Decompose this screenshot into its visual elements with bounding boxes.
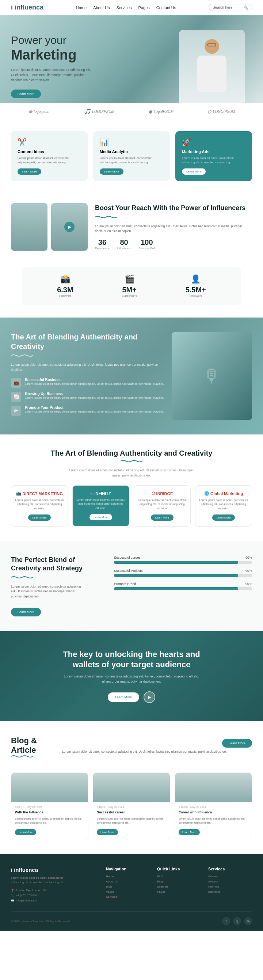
footer-nav-services[interactable]: Services	[106, 895, 150, 899]
skill-bar-projects-fill	[114, 574, 238, 577]
skills-title: The Perfect Blend of Creativity and Stra…	[11, 556, 103, 573]
cta-primary-button[interactable]: Learn More	[108, 692, 139, 702]
person-silhouette	[193, 33, 230, 99]
video-icon: 🎬	[122, 274, 137, 284]
search-bar[interactable]: 🔍	[209, 4, 252, 11]
service-card-marketing: 🚀 Marketing Ads Lorem ipsum dolor sit am…	[175, 131, 252, 181]
footer-ql-blog[interactable]: Blog	[157, 880, 201, 883]
skill-bar-projects-label: Successful Projects 90%	[114, 569, 252, 573]
stat-success: 100 Success Full	[138, 238, 155, 250]
partner-cta-2[interactable]: Learn More	[89, 514, 112, 520]
media-analytic-desc: Lorem ipsum dolor sit amet, consectetur …	[100, 156, 163, 165]
blog-wave	[11, 755, 33, 758]
cta-play-button[interactable]: ▶	[144, 691, 155, 703]
metrics-section: 📸 6.3M Followers 🎬 5M+ Subscribers 👤 5.5…	[22, 267, 241, 305]
stat-success-num: 100	[138, 238, 155, 247]
partner-desc-1: Lorem ipsum dolor sit amet, consectetur …	[15, 498, 64, 511]
media-analytic-title: Media Analytic	[100, 150, 163, 154]
wave-decoration	[95, 216, 117, 218]
blog-card-3: & BLOG · May 05, 2024 Career with Influe…	[174, 772, 252, 839]
content-ideas-cta[interactable]: Learn More	[17, 169, 41, 175]
partner-desc-2: Lorem ipsum dolor sit amet, consectetur …	[76, 498, 125, 510]
partner-cta-4[interactable]: Learn More	[212, 514, 235, 521]
marketing-ads-cta[interactable]: Learn More	[182, 169, 206, 175]
blog-post-title-1: With the Influenca	[15, 810, 84, 815]
play-button[interactable]: ▶	[64, 222, 74, 232]
stat-success-label: Success Full	[138, 247, 155, 250]
nav-contact[interactable]: Contact Us	[156, 5, 176, 10]
skill-bar-career-fill	[114, 561, 238, 564]
partner-cta-1[interactable]: Learn More	[28, 514, 51, 521]
logo-partner-3: ◆ LogoIPSUM	[148, 108, 174, 115]
skill-bar-brand-track	[114, 587, 252, 590]
blog-post-title-3: Career with Influenca	[179, 810, 248, 815]
metric-subscribers-label: Subscribers	[122, 294, 137, 298]
nav-about[interactable]: About Us	[93, 5, 109, 10]
footer-svc-analytic[interactable]: Analytic	[208, 880, 252, 883]
search-icon[interactable]: 🔍	[244, 5, 248, 10]
metric-followers-2-num: 5.5M+	[185, 286, 206, 294]
influencer-description: Lorem ipsum dolor sit amet, consectetur …	[95, 224, 252, 234]
hero-cta-button[interactable]: Learn More	[11, 89, 41, 98]
influencer-title: Boost Your Reach With the Power of Influ…	[95, 204, 252, 212]
footer-nav-title: Navigation	[106, 867, 150, 871]
footer-svc-content[interactable]: Content	[208, 875, 252, 878]
services-grid: ✂️ Content Ideas Lorem ipsum dolor sit a…	[11, 131, 252, 181]
footer-email: ✉️ info@influenca.id	[11, 899, 99, 902]
metric-followers-2: 👤 5.5M+ Followers	[185, 274, 206, 298]
blog-read-more-2[interactable]: Learn More	[97, 829, 118, 835]
blend-white-section: The Art of Blending Authenticity and Cre…	[0, 434, 263, 541]
blend-title: The Art of Blending Authenticity and Cre…	[11, 332, 164, 351]
skill-bar-projects-percent: 90%	[246, 569, 252, 573]
footer-svc-promote[interactable]: Promote	[208, 885, 252, 888]
footer-logo: i influenca	[11, 867, 99, 873]
nav-home[interactable]: Home	[76, 5, 87, 10]
blog-header-left: Blog & Article	[11, 736, 55, 763]
blog-cta-button[interactable]: Learn More	[222, 739, 252, 748]
cta-dark-section: The key to unlocking the hearts and wall…	[0, 631, 263, 722]
footer-services-col: Services Content Analytic Promote Brandi…	[208, 867, 252, 902]
footer-nav-pages[interactable]: Pages	[106, 890, 150, 893]
partner-card-1: 📺 DIRECT MARKETING Lorem ipsum dolor sit…	[11, 485, 68, 527]
footer-ql-sitemap[interactable]: Sitemap	[157, 885, 201, 888]
footer-quicklinks: FAQ Blog Sitemap Pages	[157, 875, 201, 893]
footer-nav-about[interactable]: About Us	[106, 880, 150, 883]
blog-post-title-2: Successful career	[97, 810, 166, 815]
footer-services-links: Content Analytic Promote Branding	[208, 875, 252, 893]
footer-nav-home[interactable]: Home	[106, 875, 150, 878]
logo-partner-2: 🎵 LOGOIPSUM	[84, 108, 114, 115]
skills-cta-button[interactable]: Learn More	[11, 608, 41, 616]
skill-bar-career-track	[114, 561, 252, 564]
footer-ql-pages[interactable]: Pages	[157, 890, 201, 893]
footer-nav-blog[interactable]: Blog	[106, 885, 150, 888]
partner-cta-3[interactable]: Learn More	[151, 514, 174, 521]
blog-read-more-1[interactable]: Learn More	[15, 829, 36, 835]
media-analytic-cta[interactable]: Learn More	[100, 169, 124, 175]
nav-services[interactable]: Services	[116, 5, 132, 10]
search-input[interactable]	[212, 5, 242, 10]
content-ideas-title: Content Ideas	[17, 150, 81, 154]
blog-card-body-2: & BLOG · May 05, 2024 Successful career …	[93, 802, 170, 838]
footer-navigation-col: Navigation Home About Us Blog Pages Serv…	[106, 867, 150, 902]
footer-svc-branding[interactable]: Branding	[208, 890, 252, 893]
footer-ql-faq[interactable]: FAQ	[157, 875, 201, 878]
blog-card-img-3	[175, 773, 252, 802]
skill-bar-brand-fill	[114, 587, 238, 590]
logo-icon-3: ◆	[148, 108, 152, 115]
facebook-icon[interactable]: f	[222, 917, 230, 925]
cta-content: The key to unlocking the hearts and wall…	[11, 649, 252, 703]
growing-business-desc: Lorem ipsum dolor sit amet, consectetur …	[25, 396, 164, 400]
nav-links: Home About Us Services Pages Contact Us	[76, 5, 176, 10]
stat-experience-label: Experience	[95, 247, 109, 250]
nav-pages[interactable]: Pages	[138, 5, 150, 10]
stat-influencers-label: Influencers	[117, 247, 131, 250]
blog-cards-grid: & BLOG · May 05, 2024 With the Influenca…	[11, 772, 252, 839]
blog-read-more-3[interactable]: Learn More	[179, 829, 200, 835]
influencer-img-bg-1	[11, 203, 48, 251]
blend-text: The Art of Blending Authenticity and Cre…	[11, 332, 164, 420]
twitter-icon[interactable]: 𝕏	[233, 917, 241, 925]
influencer-text: Boost Your Reach With the Power of Influ…	[95, 204, 252, 250]
instagram-social-icon[interactable]: ◎	[244, 917, 252, 925]
blend-item-growing: 📈 Growing Up Business Lorem ipsum dolor …	[11, 392, 164, 402]
successful-business-icon: 💼	[11, 378, 21, 388]
